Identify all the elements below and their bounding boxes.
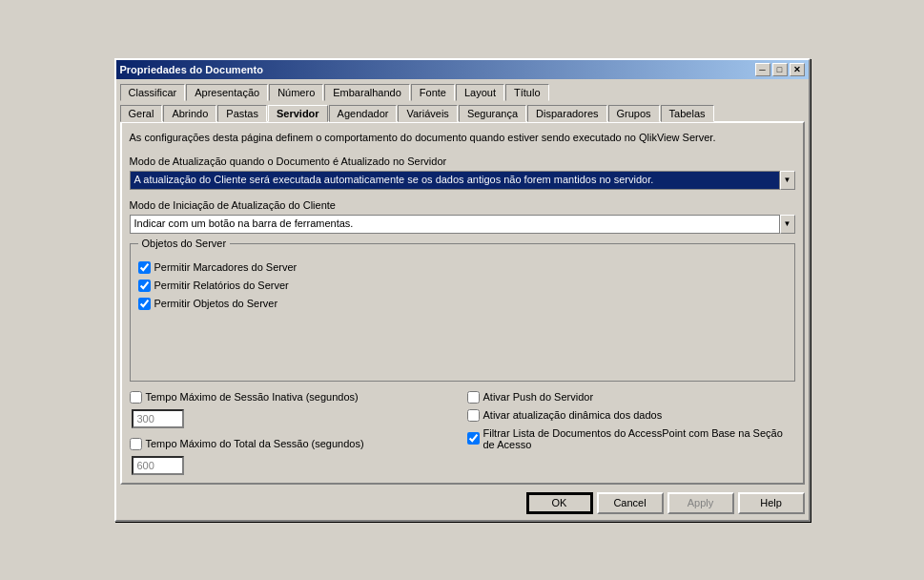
ok-button[interactable]: OK: [526, 492, 593, 514]
maximize-button[interactable]: □: [772, 63, 788, 76]
description-text: As configurações desta página definem o …: [130, 131, 795, 145]
tab-disparadores[interactable]: Disparadores: [527, 105, 606, 122]
minimize-button[interactable]: ─: [755, 63, 770, 76]
tab-titulo[interactable]: Título: [505, 84, 549, 101]
dropdown1-container: A atualização do Cliente será executada …: [130, 171, 795, 190]
tab-fonte[interactable]: Fonte: [411, 84, 455, 101]
title-bar: Propriedades do Documento ─ □ ✕: [116, 60, 809, 79]
content-area: As configurações desta página definem o …: [120, 121, 805, 484]
checkbox-relatorios-label: Permitir Relatórios do Server: [154, 280, 289, 291]
dynamic-update-label: Ativar atualização dinâmica dos dados: [483, 409, 663, 421]
main-window: Propriedades do Documento ─ □ ✕ Classifi…: [114, 58, 811, 521]
checkbox-objetos-label: Permitir Objetos do Server: [154, 298, 278, 309]
button-row: OK Cancel Apply Help: [116, 485, 809, 520]
session-inactive-row: Tempo Máximo de Sessão Inativa (segundos…: [130, 391, 458, 404]
tab-classificar[interactable]: Classificar: [120, 84, 186, 101]
section1-label: Modo de Atualização quando o Documento é…: [130, 155, 795, 167]
help-button[interactable]: Help: [738, 492, 805, 514]
filter-list-label: Filtrar Lista de Documentos do AccessPoi…: [483, 427, 795, 450]
push-server-row: Ativar Push do Servidor: [467, 391, 795, 404]
checkbox-marcadores-label: Permitir Marcadores do Server: [154, 261, 298, 273]
dropdown1-arrow[interactable]: ▼: [780, 171, 795, 190]
tab-grupos[interactable]: Grupos: [608, 105, 660, 122]
tab-agendador[interactable]: Agendador: [329, 105, 398, 122]
checkbox-row-3: Permitir Objetos do Server: [138, 298, 787, 310]
dropdown2-arrow[interactable]: ▼: [780, 215, 795, 234]
title-bar-controls: ─ □ ✕: [755, 63, 805, 76]
bottom-section: Tempo Máximo de Sessão Inativa (segundos…: [130, 391, 795, 475]
bottom-right: Ativar Push do Servidor Ativar atualizaç…: [467, 391, 795, 475]
session-inactive-input[interactable]: 300: [132, 409, 184, 428]
checkbox-dynamic-update[interactable]: [467, 409, 480, 422]
dynamic-update-row: Ativar atualização dinâmica dos dados: [467, 409, 795, 422]
tab-seguranca[interactable]: Segurança: [459, 105, 526, 122]
groupbox-title: Objetos do Server: [138, 238, 231, 249]
tab-servidor[interactable]: Servidor: [268, 105, 328, 122]
tab-layout[interactable]: Layout: [456, 84, 504, 101]
tab-row-2: Geral Abrindo Pastas Servidor Agendador …: [116, 100, 809, 121]
tab-numero[interactable]: Número: [269, 84, 323, 101]
tab-tabelas[interactable]: Tabelas: [661, 105, 714, 122]
filter-list-row: Filtrar Lista de Documentos do AccessPoi…: [467, 427, 795, 450]
apply-button[interactable]: Apply: [667, 492, 734, 514]
checkbox-objetos[interactable]: [138, 298, 151, 310]
checkbox-marcadores[interactable]: [138, 261, 151, 274]
checkbox-push-server[interactable]: [467, 391, 480, 404]
session-total-row: Tempo Máximo do Total da Sessão (segundo…: [130, 438, 458, 450]
section2-label: Modo de Iniciação de Atualização do Clie…: [130, 199, 795, 211]
bottom-left: Tempo Máximo de Sessão Inativa (segundos…: [130, 391, 458, 475]
tab-row-1: Classificar Apresentação Número Embaralh…: [116, 79, 809, 100]
tab-embaralhando[interactable]: Embaralhando: [324, 84, 410, 101]
session-total-input[interactable]: 600: [132, 456, 184, 475]
tab-abrindo[interactable]: Abrindo: [163, 105, 216, 122]
session-inactive-label: Tempo Máximo de Sessão Inativa (segundos…: [146, 391, 359, 403]
cancel-button[interactable]: Cancel: [597, 492, 664, 514]
checkbox-relatorios[interactable]: [138, 280, 151, 292]
tab-apresentacao[interactable]: Apresentação: [186, 84, 268, 101]
checkbox-session-inactive[interactable]: [130, 391, 142, 404]
checkbox-row-2: Permitir Relatórios do Server: [138, 280, 787, 292]
session-total-label: Tempo Máximo do Total da Sessão (segundo…: [146, 438, 364, 449]
dropdown2-selected[interactable]: Indicar com um botão na barra de ferrame…: [130, 215, 780, 234]
close-button[interactable]: ✕: [790, 63, 805, 76]
dropdown1-selected[interactable]: A atualização do Cliente será executada …: [130, 171, 780, 190]
dropdown2-container: Indicar com um botão na barra de ferrame…: [130, 215, 795, 234]
push-server-label: Ativar Push do Servidor: [483, 391, 594, 403]
checkbox-row-1: Permitir Marcadores do Server: [138, 261, 787, 274]
checkbox-filter-list[interactable]: [467, 432, 480, 445]
tab-variaveis[interactable]: Variáveis: [398, 105, 457, 122]
tab-pastas[interactable]: Pastas: [217, 105, 267, 122]
window-title: Propriedades do Documento: [120, 64, 263, 75]
tab-geral[interactable]: Geral: [120, 105, 163, 122]
checkbox-session-total[interactable]: [130, 438, 142, 450]
server-objects-groupbox: Objetos do Server Permitir Marcadores do…: [130, 243, 795, 382]
